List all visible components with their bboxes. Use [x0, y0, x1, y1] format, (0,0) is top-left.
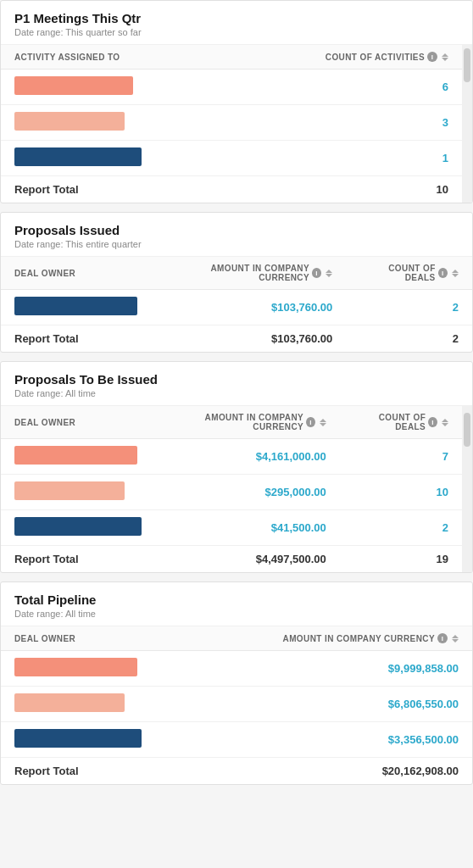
table-row: 3: [1, 105, 462, 141]
total-pipeline-card: Total Pipeline Date range: All time DEAL…: [0, 581, 473, 785]
amount-info-icon[interactable]: i: [312, 268, 321, 278]
bar-cell: [1, 70, 155, 105]
bar-salmon-ptbi-1: [14, 446, 137, 465]
p1-meetings-table: ACTIVITY ASSIGNED TO COUNT OF ACTIVITIES…: [1, 45, 462, 203]
bar-cell: [1, 722, 155, 758]
bar-salmon-tp-1: [14, 658, 137, 676]
bar-cell: [1, 290, 153, 326]
p1-meetings-table-wrapper: ACTIVITY ASSIGNED TO COUNT OF ACTIVITIES…: [1, 45, 472, 203]
scrollbar-thumb-2[interactable]: [464, 413, 470, 447]
bar-navy-3: [14, 147, 142, 166]
bar-cell: [1, 475, 155, 510]
bar-salmon-light-2: [14, 112, 125, 131]
ptbi-col-count[interactable]: COUNT OF DEALS i: [340, 406, 462, 439]
p1-col-count[interactable]: COUNT OF ACTIVITIES i: [155, 45, 462, 70]
table-row: 1: [1, 141, 462, 176]
scrollbar-area[interactable]: [462, 45, 472, 203]
bar-salmon-light-ptbi-2: [14, 481, 125, 500]
count-activities-sort-icon[interactable]: [442, 53, 448, 61]
p1-meetings-card: P1 Meetings This Qtr Date range: This qu…: [0, 0, 473, 203]
bar-cell: [1, 651, 155, 687]
count-value: 7: [340, 439, 462, 475]
tp-amount-sort-icon[interactable]: [452, 635, 459, 643]
bar-cell: [1, 105, 155, 141]
ptbi-count-info-icon[interactable]: i: [428, 417, 437, 427]
count-value: 10: [340, 475, 462, 510]
scrollbar-area-2[interactable]: [462, 406, 472, 572]
ptbi-col-amount[interactable]: AMOUNT IN COMPANY CURRENCY i: [155, 406, 340, 439]
bar-cell: [1, 141, 155, 176]
amount-value: $103,760.00: [153, 290, 346, 326]
amount-value: $295,000.00: [155, 475, 340, 510]
pi-col-amount[interactable]: AMOUNT IN COMPANY CURRENCY i: [153, 257, 346, 290]
total-amount: $103,760.00: [153, 326, 346, 353]
total-amount: $4,497,500.00: [155, 546, 340, 573]
ptbi-amount-info-icon[interactable]: i: [306, 417, 315, 427]
bar-salmon-1: [14, 76, 133, 95]
total-row: Report Total $20,162,908.00: [1, 758, 472, 785]
proposals-tbi-table: DEAL OWNER AMOUNT IN COMPANY CURRENCY i: [1, 406, 462, 572]
p1-meetings-date: Date range: This quarter so far: [14, 27, 459, 37]
table-row: $9,999,858.00: [1, 651, 472, 687]
pi-col-count[interactable]: COUNT OF DEALS i: [346, 257, 472, 290]
bar-cell: [1, 510, 155, 546]
amount-sort-icon[interactable]: [326, 270, 332, 277]
total-pipeline-table: DEAL OWNER AMOUNT IN COMPANY CURRENCY i: [1, 626, 472, 784]
tp-amount-info-icon[interactable]: i: [437, 633, 448, 643]
tp-col-owner: DEAL OWNER: [1, 626, 155, 651]
total-row: Report Total $103,760.00 2: [1, 326, 472, 353]
count-value: 3: [155, 105, 462, 141]
proposals-issued-card: Proposals Issued Date range: This entire…: [0, 212, 473, 353]
ptbi-count-sort-icon[interactable]: [442, 419, 448, 426]
p1-col-name: ACTIVITY ASSIGNED TO: [1, 45, 155, 70]
proposals-tbi-title: Proposals To Be Issued: [14, 372, 459, 387]
amount-value: $4,161,000.00: [155, 439, 340, 475]
proposals-tbi-header: Proposals To Be Issued Date range: All t…: [1, 362, 472, 406]
table-row: $4,161,000.00 7: [1, 439, 462, 475]
table-row: $295,000.00 10: [1, 475, 462, 510]
ptbi-amount-sort-icon[interactable]: [320, 419, 326, 426]
bar-navy-pi: [14, 297, 137, 315]
p1-meetings-header: P1 Meetings This Qtr Date range: This qu…: [1, 1, 472, 45]
total-label: Report Total: [1, 176, 155, 203]
proposals-issued-table-wrapper: DEAL OWNER AMOUNT IN COMPANY CURRENCY i: [1, 257, 472, 352]
proposals-tbi-card: Proposals To Be Issued Date range: All t…: [0, 361, 473, 573]
table-row: $103,760.00 2: [1, 290, 472, 326]
total-label: Report Total: [1, 758, 155, 785]
total-label: Report Total: [1, 326, 153, 353]
count-deals-sort-icon[interactable]: [452, 270, 459, 277]
pi-col-owner: DEAL OWNER: [1, 257, 153, 290]
total-row: Report Total 10: [1, 176, 462, 203]
count-deals-info-icon[interactable]: i: [438, 268, 448, 278]
count-value: 2: [346, 290, 472, 326]
p1-meetings-title: P1 Meetings This Qtr: [14, 11, 459, 25]
count-value: 2: [340, 510, 462, 546]
table-row: $3,356,500.00: [1, 722, 472, 758]
bar-salmon-light-tp-2: [14, 693, 125, 712]
proposals-issued-table: DEAL OWNER AMOUNT IN COMPANY CURRENCY i: [1, 257, 472, 352]
amount-value: $9,999,858.00: [155, 651, 472, 687]
count-activities-info-icon[interactable]: i: [427, 52, 437, 62]
total-count: 2: [346, 326, 472, 353]
proposals-tbi-date: Date range: All time: [14, 388, 459, 398]
total-row: Report Total $4,497,500.00 19: [1, 546, 462, 573]
amount-value: $6,806,550.00: [155, 687, 472, 722]
table-row: $6,806,550.00: [1, 687, 472, 722]
table-row: $41,500.00 2: [1, 510, 462, 546]
ptbi-col-owner: DEAL OWNER: [1, 406, 155, 439]
table-row: 6: [1, 70, 462, 105]
proposals-issued-header: Proposals Issued Date range: This entire…: [1, 213, 472, 257]
amount-value: $3,356,500.00: [155, 722, 472, 758]
total-pipeline-title: Total Pipeline: [14, 593, 459, 607]
tp-col-amount[interactable]: AMOUNT IN COMPANY CURRENCY i: [155, 626, 472, 651]
total-pipeline-header: Total Pipeline Date range: All time: [1, 582, 472, 626]
amount-value: $41,500.00: [155, 510, 340, 546]
total-count: 10: [155, 176, 462, 203]
count-value: 1: [155, 141, 462, 176]
proposals-issued-title: Proposals Issued: [14, 223, 459, 237]
total-amount: $20,162,908.00: [155, 758, 472, 785]
total-pipeline-date: Date range: All time: [14, 609, 459, 619]
proposals-issued-date: Date range: This entire quarter: [14, 239, 459, 249]
scrollbar-thumb[interactable]: [464, 48, 470, 82]
total-label: Report Total: [1, 546, 155, 573]
